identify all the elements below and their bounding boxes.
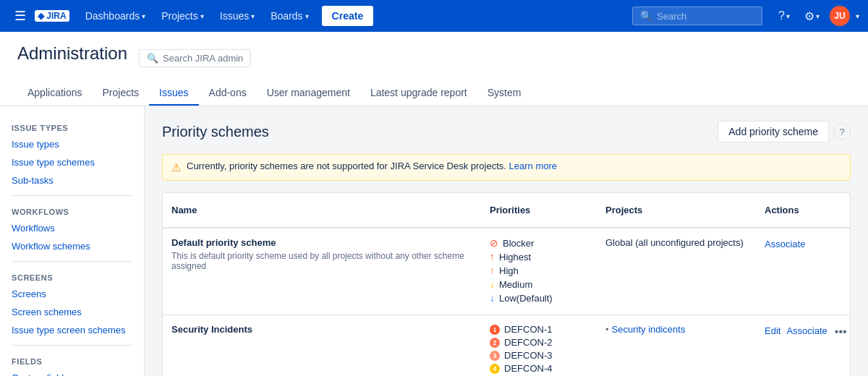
learn-more-link[interactable]: Learn more (509, 161, 557, 171)
sidebar-item-issue-type-screen-schemes[interactable]: Issue type screen schemes (0, 321, 144, 339)
priority-label: Low(Default) (499, 293, 553, 304)
main-content: Priority schemes Add priority scheme ? ⚠… (145, 106, 868, 376)
sidebar-item-issue-types[interactable]: Issue types (0, 135, 144, 153)
tab-projects[interactable]: Projects (93, 81, 150, 106)
table-header: Name Priorities Projects Actions (163, 193, 850, 228)
jira-logo-icon: ◆ JIRA (35, 10, 69, 22)
global-search[interactable]: 🔍 Search (632, 7, 762, 25)
col-header-actions: Actions (756, 199, 850, 221)
tab-upgrade-report[interactable]: Latest upgrade report (360, 81, 477, 106)
admin-search-box[interactable]: 🔍 Search JIRA admin (139, 49, 251, 67)
priorities-cell: ⊘ Blocker ↑ Highest ↑ High ↓ Medium (481, 228, 597, 315)
sidebar-section-title-fields: FIELDS (0, 351, 144, 369)
jira-logo: ◆ JIRA (35, 10, 69, 22)
priority-label: Blocker (503, 238, 534, 249)
sidebar-section-fields: FIELDS Custom fields Field configuration… (0, 351, 144, 376)
priority-label: High (499, 265, 519, 276)
edit-link[interactable]: Edit (765, 325, 780, 336)
bullet-icon: • (605, 324, 609, 335)
nav-issues[interactable]: Issues ▾ (213, 6, 262, 26)
tab-user-management[interactable]: User management (257, 81, 360, 106)
medium-icon: ↓ (490, 278, 495, 290)
boards-caret: ▾ (305, 12, 309, 20)
projects-cell: Global (all unconfigured projects) (597, 228, 756, 315)
sidebar-item-issue-type-schemes[interactable]: Issue type schemes (0, 153, 144, 171)
actions-cell: Associate (756, 228, 850, 315)
nav-dashboards[interactable]: Dashboards ▾ (78, 6, 153, 26)
project-label: Global (all unconfigured projects) (605, 237, 747, 248)
admin-title: Administration (17, 43, 127, 64)
associate-link[interactable]: Associate (786, 325, 827, 336)
sidebar: ISSUE TYPES Issue types Issue type schem… (0, 106, 145, 376)
low-icon: ↓ (490, 292, 495, 304)
high-icon: ↑ (490, 265, 495, 276)
priority-label: DEFCON-1 (504, 324, 552, 335)
priority-item: 2 DEFCON-2 (490, 337, 588, 348)
associate-link[interactable]: Associate (765, 239, 805, 249)
projects-caret: ▾ (200, 12, 204, 20)
sidebar-item-custom-fields[interactable]: Custom fields (0, 369, 144, 376)
priority-label: DEFCON-2 (504, 337, 552, 348)
sidebar-section-title-issue-types: ISSUE TYPES (0, 118, 144, 135)
sidebar-section-issue-types: ISSUE TYPES Issue types Issue type schem… (0, 118, 144, 189)
sidebar-section-title-workflows: WORKFLOWS (0, 202, 144, 219)
create-button[interactable]: Create (322, 6, 374, 26)
sidebar-item-subtasks[interactable]: Sub-tasks (0, 171, 144, 189)
priority-item: 3 DEFCON-3 (490, 350, 588, 361)
priority-label: Highest (499, 252, 531, 262)
priority-label: DEFCON-3 (504, 350, 552, 361)
priority-item: 1 DEFCON-1 (490, 324, 588, 335)
page-layout: ISSUE TYPES Issue types Issue type schem… (0, 106, 868, 376)
project-item: • Security indicents (605, 324, 747, 335)
projects-cell: • Security indicents (597, 315, 756, 376)
actions-cell: Edit Associate ••• (756, 315, 850, 376)
scheme-name: Default priority scheme (171, 237, 472, 248)
admin-search-placeholder: Search JIRA admin (163, 53, 243, 64)
col-header-name: Name (163, 199, 481, 221)
table-row: Default priority scheme This is default … (163, 228, 850, 315)
sidebar-section-title-screens: SCREENS (0, 268, 144, 285)
sidebar-item-screen-schemes[interactable]: Screen schemes (0, 303, 144, 321)
settings-button[interactable]: ⚙ ▾ (800, 7, 824, 26)
priority-label: Medium (499, 279, 532, 290)
scheme-name-cell: Default priority scheme This is default … (163, 228, 481, 315)
admin-header: Administration 🔍 Search JIRA admin Appli… (0, 32, 868, 106)
sidebar-divider-1 (12, 195, 132, 196)
blocker-icon: ⊘ (490, 237, 498, 249)
tab-issues[interactable]: Issues (149, 81, 198, 106)
defcon4-icon: 4 (490, 364, 500, 374)
user-avatar[interactable]: JU (830, 6, 850, 26)
tab-addons[interactable]: Add-ons (199, 81, 257, 106)
sidebar-item-workflows[interactable]: Workflows (0, 219, 144, 237)
add-priority-scheme-button[interactable]: Add priority scheme (718, 121, 829, 142)
avatar-caret: ▾ (856, 12, 859, 20)
priority-item: ↑ Highest (490, 251, 588, 262)
issues-caret: ▾ (251, 12, 255, 20)
search-icon: 🔍 (640, 10, 652, 22)
nav-boards[interactable]: Boards ▾ (263, 6, 315, 26)
priority-item: ↓ Low(Default) (490, 292, 588, 304)
hamburger-menu[interactable]: ☰ (9, 5, 32, 27)
defcon2-icon: 2 (490, 338, 500, 348)
more-actions-button[interactable]: ••• (833, 325, 848, 338)
sidebar-divider-2 (12, 261, 132, 262)
highest-icon: ↑ (490, 251, 495, 262)
help-icon[interactable]: ? (833, 123, 851, 140)
priority-schemes-table: Name Priorities Projects Actions Default… (162, 192, 851, 376)
help-button[interactable]: ? ▾ (774, 7, 794, 25)
sidebar-item-workflow-schemes[interactable]: Workflow schemes (0, 237, 144, 255)
priority-item: ⊘ Blocker (490, 237, 588, 249)
priority-label: DEFCON-4 (504, 363, 552, 374)
scheme-name-cell: Security Incidents (163, 315, 481, 376)
nav-projects[interactable]: Projects ▾ (154, 6, 211, 26)
warning-text: Currently, priority schemes are not supp… (187, 161, 557, 171)
tab-system[interactable]: System (477, 81, 532, 106)
table-row: Security Incidents 1 DEFCON-1 2 DEFCON-2… (163, 315, 850, 376)
project-link[interactable]: Security indicents (612, 324, 686, 335)
top-nav-right: ? ▾ ⚙ ▾ JU ▾ (774, 6, 859, 26)
scheme-name: Security Incidents (171, 324, 472, 335)
top-navigation: ☰ ◆ JIRA Dashboards ▾ Projects ▾ Issues … (0, 0, 868, 32)
tab-applications[interactable]: Applications (17, 81, 93, 106)
priority-item: 4 DEFCON-4 (490, 363, 588, 374)
sidebar-item-screens[interactable]: Screens (0, 285, 144, 303)
